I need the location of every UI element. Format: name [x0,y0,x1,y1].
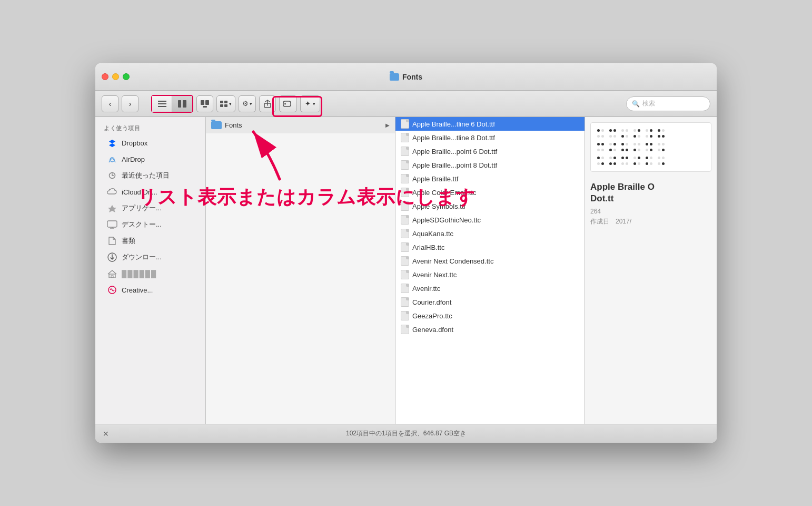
svg-rect-4 [183,100,186,108]
documents-icon [107,236,117,246]
group-button[interactable]: ▾ [216,95,235,112]
group-icon [220,101,227,107]
file-icon-7 [401,215,409,225]
sidebar-item-downloads[interactable]: ダウンロー... [98,249,202,265]
action-button[interactable]: ⚙▾ [239,95,256,112]
svg-rect-1 [158,103,166,104]
tag-icon [283,100,293,108]
middle-column: Apple Braille...tline 6 Dot.ttf Apple Br… [395,117,585,424]
file-item-8[interactable]: AquaKana.ttc [395,227,585,240]
sidebar-label-desktop: デスクトー... [122,220,162,229]
sidebar-item-documents[interactable]: 書類 [98,233,202,249]
file-icon-2 [401,147,409,156]
file-name-9: ArialHB.ttc [412,244,444,251]
file-name-3: Apple Braille...point 8 Dot.ttf [412,161,497,169]
sidebar-label-recents: 最近使った項目 [122,171,170,180]
sidebar-item-desktop[interactable]: デスクトー... [98,217,202,232]
window-title: Fonts [390,73,422,81]
left-column: Fonts ▶ [206,117,395,424]
back-button[interactable]: ‹ [102,95,118,112]
sidebar-item-creative[interactable]: Creative... [98,282,202,298]
svg-rect-21 [107,221,117,227]
file-item-9[interactable]: ArialHB.ttc [395,240,585,254]
preview-title: Apple Braille O Dot.tt [590,181,711,205]
svg-rect-2 [158,106,166,107]
sidebar-item-dropbox[interactable]: Dropbox [98,135,202,151]
file-item-4[interactable]: Apple Braille.ttf [395,172,585,186]
search-placeholder: 検索 [642,99,655,108]
fonts-folder-item[interactable]: Fonts ▶ [206,117,395,133]
file-item-3[interactable]: Apple Braille...point 8 Dot.ttf [395,158,585,172]
file-name-0: Apple Braille...tline 6 Dot.ttf [412,120,495,128]
search-icon: 🔍 [632,100,640,108]
file-item-11[interactable]: Avenir Next.ttc [395,268,585,281]
sidebar-item-recents[interactable]: 最近使った項目 [98,168,202,183]
svg-rect-8 [220,101,223,103]
file-item-12[interactable]: Avenir.ttc [395,281,585,295]
status-close-icon[interactable]: ✕ [103,430,109,438]
home-icon [107,268,117,279]
creative-icon [107,285,117,295]
column-view: Fonts ▶ Apple Braille...tline 6 Dot.ttf … [206,117,717,424]
icloud-icon [107,187,117,197]
file-item-15[interactable]: Geneva.dfont [395,323,585,336]
file-item-13[interactable]: Courier.dfont [395,295,585,309]
svg-rect-9 [224,101,227,103]
file-item-1[interactable]: Apple Braille...tline 8 Dot.ttf [395,131,585,144]
column-view-icon [178,100,186,108]
file-name-13: Courier.dfont [412,298,451,306]
file-item-5[interactable]: Apple Color Emoji.ttc [395,186,585,199]
file-item-10[interactable]: Avenir Next Condensed.ttc [395,254,585,268]
svg-rect-7 [203,106,207,108]
file-name-14: GeezaPro.ttc [412,312,452,320]
sidebar-label-documents: 書類 [122,236,135,246]
file-name-4: Apple Braille.ttf [412,175,458,183]
sidebar-label-downloads: ダウンロー... [122,252,162,262]
list-view-button[interactable] [152,96,172,112]
svg-rect-5 [201,100,204,105]
preview-panel: Apple Braille O Dot.tt 264 作成日 2017/ [585,117,717,424]
file-name-15: Geneva.dfont [412,326,453,334]
file-item-7[interactable]: AppleSDGothicNeo.ttc [395,213,585,227]
sidebar-item-apps[interactable]: アプリケー... [98,200,202,216]
column-view-button[interactable] [172,96,192,112]
file-name-6: Apple Symbols.ttf [412,202,466,210]
sidebar-item-home[interactable]: ██████ [98,266,202,281]
forward-button[interactable]: › [122,95,138,112]
file-item-2[interactable]: Apple Braille...point 6 Dot.ttf [395,144,585,158]
tag-button[interactable] [279,95,297,112]
file-name-12: Avenir.ttc [412,285,440,293]
preview-created: 作成日 2017/ [590,217,711,226]
dropbox-toolbar-button[interactable]: ✦ ▾ [300,95,320,112]
file-name-7: AppleSDGothicNeo.ttc [412,216,481,224]
sidebar-label-creative: Creative... [122,286,153,294]
file-item-0[interactable]: Apple Braille...tline 6 Dot.ttf [395,117,585,131]
file-name-11: Avenir Next.ttc [412,271,457,279]
svg-rect-10 [220,104,223,107]
file-item-14[interactable]: GeezaPro.ttc [395,309,585,323]
sidebar-item-airdrop[interactable]: AirDrop [98,151,202,167]
file-icon-6 [401,201,409,211]
svg-rect-11 [224,104,227,107]
close-button[interactable] [102,73,108,80]
dropbox-icon [107,138,117,148]
file-icon-1 [401,133,409,142]
file-icon-13 [401,297,409,307]
main-content: よく使う項目 Dropbox AirDrop 最近使った項目 [95,117,717,424]
preview-size: 264 [590,208,711,215]
traffic-lights [102,73,130,80]
minimize-button[interactable] [112,73,119,80]
fonts-folder-icon [211,121,222,129]
desktop-icon [107,219,117,230]
file-name-2: Apple Braille...point 6 Dot.ttf [412,148,497,155]
toolbar: ‹ › [95,91,717,117]
sidebar-item-icloud[interactable]: iCloud Dri... [98,184,202,200]
file-icon-10 [401,256,409,266]
downloads-icon [107,252,117,262]
share-button[interactable] [259,95,276,112]
gallery-view-button[interactable] [196,95,213,112]
file-item-6[interactable]: Apple Symbols.ttf [395,199,585,213]
file-name-8: AquaKana.ttc [412,230,453,238]
maximize-button[interactable] [123,73,130,80]
file-icon-3 [401,160,409,170]
